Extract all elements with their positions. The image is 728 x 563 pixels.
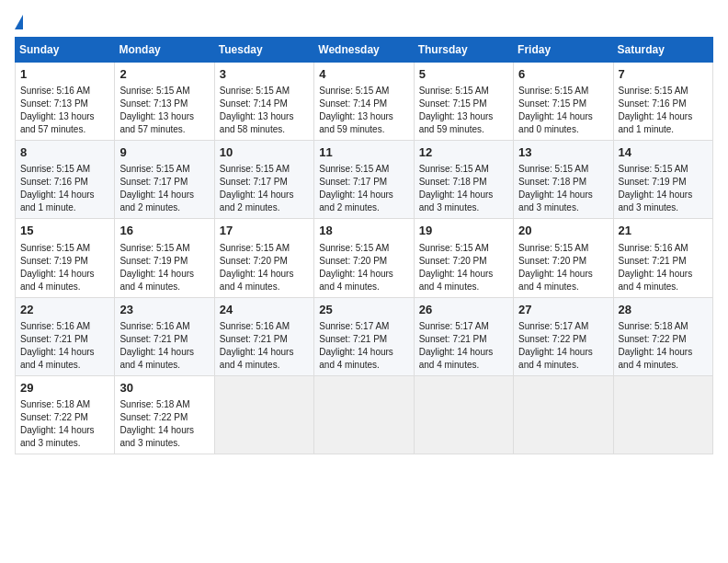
sunset-label: Sunset: 7:22 PM <box>518 334 586 344</box>
sunset-label: Sunset: 7:20 PM <box>220 256 288 266</box>
day-number: 4 <box>319 66 408 83</box>
daylight-label: Daylight: 14 hours and 3 minutes. <box>119 425 194 448</box>
day-number: 28 <box>619 302 708 318</box>
sunset-label: Sunset: 7:16 PM <box>619 98 687 109</box>
sunset-label: Sunset: 7:21 PM <box>419 334 487 344</box>
day-number: 10 <box>220 144 309 161</box>
sunset-label: Sunset: 7:22 PM <box>619 334 687 344</box>
sunrise-label: Sunrise: 5:15 AM <box>518 86 588 96</box>
sunrise-label: Sunrise: 5:15 AM <box>119 86 189 96</box>
calendar-day-cell: 1 Sunrise: 5:16 AM Sunset: 7:13 PM Dayli… <box>16 63 115 141</box>
daylight-label: Daylight: 14 hours and 4 minutes. <box>419 347 494 370</box>
sunrise-label: Sunrise: 5:18 AM <box>119 399 189 409</box>
sunrise-label: Sunrise: 5:15 AM <box>119 243 189 253</box>
sunset-label: Sunset: 7:20 PM <box>319 256 387 266</box>
calendar-header-row: SundayMondayTuesdayWednesdayThursdayFrid… <box>16 38 713 63</box>
daylight-label: Daylight: 14 hours and 2 minutes. <box>119 190 194 213</box>
calendar-day-header: Sunday <box>16 38 115 63</box>
daylight-label: Daylight: 13 hours and 58 minutes. <box>220 111 294 134</box>
sunset-label: Sunset: 7:21 PM <box>20 334 88 344</box>
sunrise-label: Sunrise: 5:15 AM <box>619 164 688 174</box>
sunset-label: Sunset: 7:13 PM <box>119 98 188 109</box>
sunset-label: Sunset: 7:21 PM <box>319 334 387 344</box>
calendar-day-header: Wednesday <box>314 38 414 63</box>
calendar-day-cell: 7 Sunrise: 5:15 AM Sunset: 7:16 PM Dayli… <box>613 63 712 141</box>
daylight-label: Daylight: 14 hours and 4 minutes. <box>319 269 393 292</box>
daylight-label: Daylight: 14 hours and 1 minute. <box>20 190 95 213</box>
day-number: 19 <box>419 223 508 239</box>
day-number: 14 <box>619 144 708 161</box>
daylight-label: Daylight: 14 hours and 4 minutes. <box>119 347 194 370</box>
logo <box>15 15 23 28</box>
calendar-day-cell: 28 Sunrise: 5:18 AM Sunset: 7:22 PM Dayl… <box>613 297 712 375</box>
day-number: 2 <box>119 66 209 83</box>
day-number: 27 <box>518 302 608 318</box>
day-number: 30 <box>119 380 209 396</box>
sunset-label: Sunset: 7:19 PM <box>20 256 88 266</box>
day-number: 5 <box>419 66 508 83</box>
sunset-label: Sunset: 7:21 PM <box>119 334 188 344</box>
calendar-day-cell: 12 Sunrise: 5:15 AM Sunset: 7:18 PM Dayl… <box>414 141 513 219</box>
sunrise-label: Sunrise: 5:17 AM <box>518 321 588 331</box>
calendar-day-cell <box>613 375 712 454</box>
day-number: 1 <box>20 66 109 83</box>
calendar-day-cell: 23 Sunrise: 5:16 AM Sunset: 7:21 PM Dayl… <box>115 297 214 375</box>
sunrise-label: Sunrise: 5:15 AM <box>319 164 389 174</box>
daylight-label: Daylight: 14 hours and 4 minutes. <box>619 269 693 292</box>
daylight-label: Daylight: 14 hours and 4 minutes. <box>220 347 294 370</box>
daylight-label: Daylight: 14 hours and 3 minutes. <box>20 425 95 448</box>
sunrise-label: Sunrise: 5:15 AM <box>518 164 588 174</box>
sunrise-label: Sunrise: 5:15 AM <box>20 243 90 253</box>
daylight-label: Daylight: 14 hours and 2 minutes. <box>220 190 294 213</box>
daylight-label: Daylight: 14 hours and 2 minutes. <box>319 190 393 213</box>
day-number: 8 <box>20 144 109 161</box>
sunset-label: Sunset: 7:16 PM <box>20 177 88 187</box>
daylight-label: Daylight: 13 hours and 57 minutes. <box>119 111 194 134</box>
calendar-day-cell: 3 Sunrise: 5:15 AM Sunset: 7:14 PM Dayli… <box>214 63 313 141</box>
sunset-label: Sunset: 7:21 PM <box>619 256 687 266</box>
calendar-day-header: Friday <box>514 38 613 63</box>
sunset-label: Sunset: 7:13 PM <box>20 98 88 109</box>
sunset-label: Sunset: 7:17 PM <box>319 177 387 187</box>
sunset-label: Sunset: 7:19 PM <box>119 256 188 266</box>
calendar-day-cell: 24 Sunrise: 5:16 AM Sunset: 7:21 PM Dayl… <box>214 297 313 375</box>
sunrise-label: Sunrise: 5:15 AM <box>20 164 90 174</box>
calendar-day-header: Thursday <box>414 38 513 63</box>
sunrise-label: Sunrise: 5:16 AM <box>20 321 90 331</box>
calendar-day-cell: 13 Sunrise: 5:15 AM Sunset: 7:18 PM Dayl… <box>514 141 613 219</box>
calendar-day-header: Tuesday <box>214 38 313 63</box>
sunrise-label: Sunrise: 5:15 AM <box>419 86 489 96</box>
calendar-day-cell: 17 Sunrise: 5:15 AM Sunset: 7:20 PM Dayl… <box>214 219 313 297</box>
day-number: 17 <box>220 223 309 239</box>
day-number: 20 <box>518 223 608 239</box>
calendar-day-cell: 2 Sunrise: 5:15 AM Sunset: 7:13 PM Dayli… <box>115 63 214 141</box>
day-number: 15 <box>20 223 109 239</box>
day-number: 7 <box>619 66 708 83</box>
sunrise-label: Sunrise: 5:15 AM <box>220 86 290 96</box>
calendar-day-cell: 15 Sunrise: 5:15 AM Sunset: 7:19 PM Dayl… <box>16 219 115 297</box>
calendar-day-header: Saturday <box>613 38 712 63</box>
sunrise-label: Sunrise: 5:15 AM <box>619 86 688 96</box>
calendar-day-cell: 20 Sunrise: 5:15 AM Sunset: 7:20 PM Dayl… <box>514 219 613 297</box>
day-number: 3 <box>220 66 309 83</box>
sunrise-label: Sunrise: 5:15 AM <box>419 243 489 253</box>
day-number: 21 <box>619 223 708 239</box>
sunset-label: Sunset: 7:14 PM <box>319 98 387 109</box>
day-number: 13 <box>518 144 608 161</box>
sunset-label: Sunset: 7:19 PM <box>619 177 687 187</box>
day-number: 22 <box>20 302 109 318</box>
sunrise-label: Sunrise: 5:16 AM <box>20 86 90 96</box>
calendar-day-cell: 10 Sunrise: 5:15 AM Sunset: 7:17 PM Dayl… <box>214 141 313 219</box>
calendar-day-cell: 29 Sunrise: 5:18 AM Sunset: 7:22 PM Dayl… <box>16 375 115 454</box>
day-number: 12 <box>419 144 508 161</box>
daylight-label: Daylight: 13 hours and 59 minutes. <box>419 111 494 134</box>
sunset-label: Sunset: 7:14 PM <box>220 98 288 109</box>
calendar-day-cell: 18 Sunrise: 5:15 AM Sunset: 7:20 PM Dayl… <box>314 219 414 297</box>
calendar-day-cell: 16 Sunrise: 5:15 AM Sunset: 7:19 PM Dayl… <box>115 219 214 297</box>
sunrise-label: Sunrise: 5:18 AM <box>20 399 90 409</box>
page-header <box>15 15 713 28</box>
calendar-table: SundayMondayTuesdayWednesdayThursdayFrid… <box>15 37 713 454</box>
sunset-label: Sunset: 7:17 PM <box>119 177 188 187</box>
day-number: 18 <box>319 223 408 239</box>
daylight-label: Daylight: 14 hours and 4 minutes. <box>619 347 693 370</box>
